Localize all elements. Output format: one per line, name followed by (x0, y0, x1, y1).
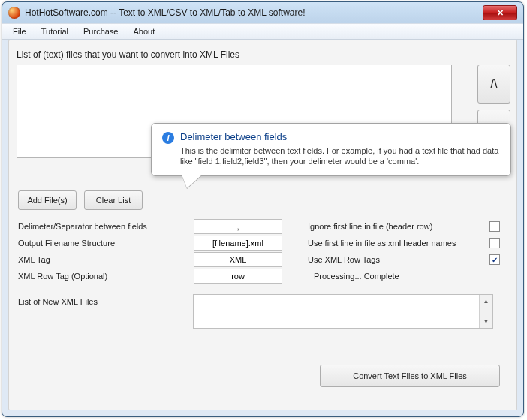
app-window: HotHotSoftware.com -- Text to XML/CSV to… (2, 2, 524, 417)
use-row-tags-label: Use XML Row Tags (308, 255, 380, 264)
menu-bar: File Tutorial Purchase About (2, 23, 523, 40)
add-files-button[interactable]: Add File(s) (18, 190, 77, 210)
delimiter-label: Delimeter/Separator between fields (18, 222, 147, 231)
tooltip-title: Delimeter between fields (180, 131, 287, 142)
info-icon: i (162, 132, 174, 144)
menu-tutorial[interactable]: Tutorial (35, 26, 74, 38)
new-files-label: List of New XML Files (18, 297, 98, 306)
move-up-button[interactable]: /\ (477, 64, 510, 104)
menu-file[interactable]: File (7, 26, 32, 38)
clear-list-button[interactable]: Clear List (84, 190, 143, 210)
use-first-label: Use first line in file as xml header nam… (308, 238, 456, 248)
scrollbar[interactable]: ▲ ▼ (479, 295, 492, 328)
scroll-up-icon[interactable]: ▲ (480, 295, 492, 308)
ignore-first-checkbox[interactable] (489, 221, 500, 232)
scroll-down-icon[interactable]: ▼ (480, 315, 492, 328)
clear-list-label: Clear List (96, 196, 131, 205)
use-first-checkbox[interactable] (489, 238, 500, 248)
menu-about[interactable]: About (128, 26, 161, 38)
convert-button[interactable]: Convert Text Files to XML Files (320, 364, 500, 387)
file-list-label: List of (text) files that you want to co… (17, 50, 239, 60)
add-files-label: Add File(s) (27, 196, 67, 205)
tooltip-balloon: i Delimeter between fields This is the d… (151, 123, 511, 176)
window-title: HotHotSoftware.com -- Text to XML/CSV to… (25, 8, 305, 18)
use-row-tags-checkbox[interactable]: ✔ (489, 254, 500, 265)
output-filename-label: Output Filename Structure (18, 238, 115, 248)
new-files-list[interactable]: ▲ ▼ (193, 294, 493, 328)
xml-row-tag-input[interactable] (194, 268, 282, 284)
caret-up-icon: /\ (491, 77, 498, 91)
tooltip-body: This is the delimiter between text field… (180, 146, 500, 166)
xml-row-tag-label: XML Row Tag (Optional) (18, 272, 107, 280)
tooltip-tail (182, 175, 202, 188)
delimiter-input[interactable] (194, 219, 282, 234)
title-bar[interactable]: HotHotSoftware.com -- Text to XML/CSV to… (2, 2, 523, 23)
close-button[interactable]: ✕ (483, 5, 517, 20)
close-icon: ✕ (497, 8, 504, 18)
menu-purchase[interactable]: Purchase (77, 26, 124, 38)
xml-tag-input[interactable] (194, 252, 282, 267)
output-filename-input[interactable] (194, 236, 282, 250)
app-icon (8, 7, 20, 19)
ignore-first-label: Ignore first line in file (header row) (308, 222, 432, 231)
xml-tag-label: XML Tag (18, 255, 50, 264)
processing-status: Processing... Complete (314, 272, 399, 280)
client-panel: List of (text) files that you want to co… (8, 40, 517, 410)
convert-label: Convert Text Files to XML Files (353, 371, 467, 380)
